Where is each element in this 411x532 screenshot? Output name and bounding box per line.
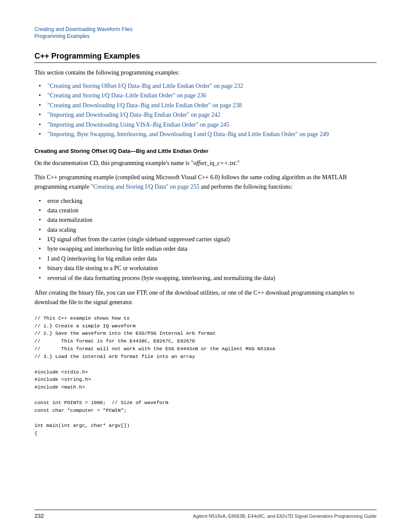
list-item-link[interactable]: "Creating and Storing Offset I/Q Data–Bi… (47, 83, 243, 89)
subsection-heading: Creating and Storing Offset I/Q Data—Big… (34, 148, 377, 154)
para2-link[interactable]: "Creating and Storing I/Q Data" on page … (91, 184, 199, 190)
list-item: byte swapping and interleaving for littl… (43, 244, 377, 254)
list-item-link[interactable]: "Importing and Downloading I/Q Data–Big … (47, 112, 220, 118)
list-item: data normalization (43, 215, 377, 225)
section-heading: C++ Programming Examples (34, 52, 377, 63)
list-item: I and Q interleaving for big endian orde… (43, 254, 377, 264)
list-item: data creation (43, 206, 377, 215)
para1-text: On the documentation CD, this programmin… (34, 160, 193, 166)
para1-italic: offset_iq_c++.txt (193, 160, 236, 166)
list-item: "Importing and Downloading Using VISA–Bi… (43, 120, 377, 130)
code-block: // This C++ example shows how to // 1.} … (34, 314, 377, 437)
footer-page-number: 232 (34, 513, 44, 519)
list-item: binary data file storing to a PC or work… (43, 264, 377, 273)
links-list: "Creating and Storing Offset I/Q Data–Bi… (43, 81, 377, 139)
list-item: I/Q signal offset from the carrier (sing… (43, 235, 377, 244)
list-item: "Creating and Storing I/Q Data–Little En… (43, 91, 377, 100)
list-item-link[interactable]: "Creating and Downloading I/Q Data–Big a… (47, 102, 242, 109)
page-footer: 232 Agilent N518xA, E8663B, E44x8C, and … (34, 510, 377, 519)
para2-end: and performs the following functions: (199, 184, 293, 190)
intro-text: This section contains the following prog… (34, 68, 377, 77)
functions-list: error checkingdata creationdata normaliz… (43, 196, 377, 283)
breadcrumb-link-1[interactable]: Creating and Downloading Waveform Files (34, 26, 133, 32)
list-item: "Importing and Downloading I/Q Data–Big … (43, 110, 377, 120)
list-item: data scaling (43, 225, 377, 235)
footer-title: Agilent N518xA, E8663B, E44x8C, and E82x… (193, 513, 377, 519)
subsection-para1: On the documentation CD, this programmin… (34, 159, 377, 168)
list-item: error checking (43, 196, 377, 206)
after-list-text: After creating the binary file, you can … (34, 288, 377, 308)
list-item-link[interactable]: "Creating and Storing I/Q Data–Little En… (47, 92, 206, 99)
list-item: reversal of the data formatting process … (43, 274, 377, 283)
para1-end: ." (236, 160, 240, 166)
subsection-para2: This C++ programming example (compiled u… (34, 173, 377, 192)
list-item-link[interactable]: "Importing and Downloading Using VISA–Bi… (47, 121, 229, 128)
list-item: "Creating and Storing Offset I/Q Data–Bi… (43, 81, 377, 91)
page: Creating and Downloading Waveform Files … (0, 0, 411, 532)
breadcrumb: Creating and Downloading Waveform Files … (34, 26, 377, 40)
list-item-link[interactable]: "Importing, Byte Swapping, Interleaving,… (47, 131, 329, 137)
breadcrumb-link-2[interactable]: Programming Examples (34, 33, 90, 39)
list-item: "Importing, Byte Swapping, Interleaving,… (43, 130, 377, 139)
list-item: "Creating and Downloading I/Q Data–Big a… (43, 101, 377, 110)
